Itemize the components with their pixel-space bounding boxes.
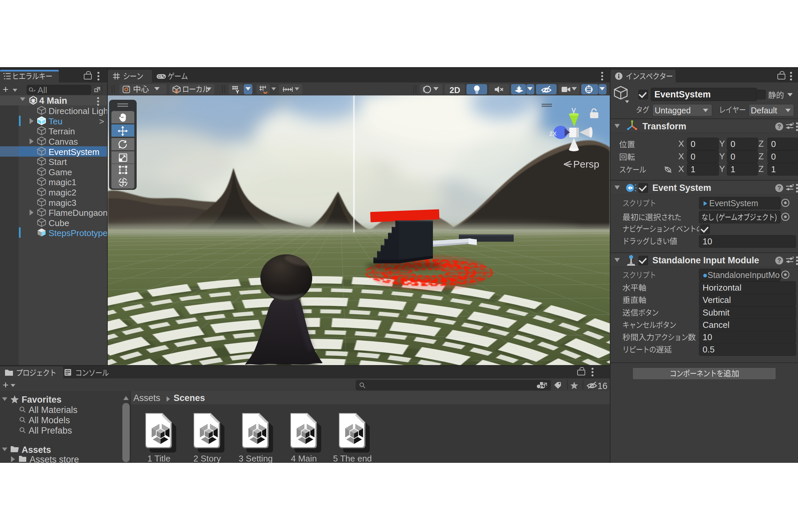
svg-text:zx: zx xyxy=(549,129,557,137)
svg-text:Y: Y xyxy=(236,89,239,94)
svg-text:?: ? xyxy=(777,185,781,191)
svg-text:?: ? xyxy=(777,124,781,130)
svg-text:?: ? xyxy=(777,258,781,264)
svg-text:Persp: Persp xyxy=(573,158,599,170)
